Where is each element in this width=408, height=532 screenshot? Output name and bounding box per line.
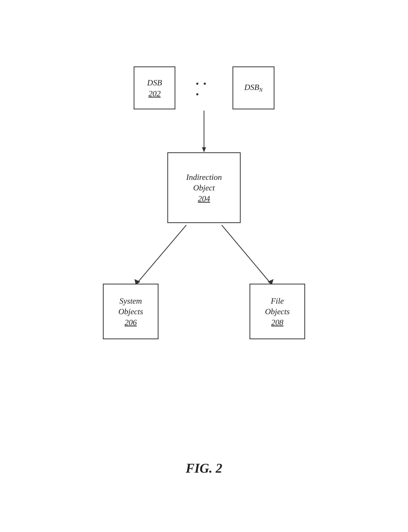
file-objects-label: FileObjects (265, 296, 290, 317)
dsbn-label: DSBN (244, 83, 263, 93)
dsb-label: DSB (147, 78, 162, 88)
indirection-number: 204 (198, 194, 210, 203)
system-objects-box: SystemObjects 206 (103, 284, 158, 339)
dsbn-box: DSBN (233, 66, 274, 109)
system-objects-label: SystemObjects (118, 296, 143, 317)
top-row: DSB 202 • • • DSBN (134, 66, 275, 109)
svg-line-4 (222, 225, 270, 283)
indirection-label: IndirectionObject (186, 172, 222, 193)
dsb-box: DSB 202 (134, 66, 175, 109)
file-objects-box: FileObjects 208 (250, 284, 305, 339)
dsbn-subscript: N (259, 87, 262, 93)
system-objects-number: 206 (125, 318, 137, 327)
svg-marker-1 (202, 147, 206, 152)
file-objects-number: 208 (271, 318, 283, 327)
dsb-number: 202 (148, 89, 161, 98)
diagram-container: DSB 202 • • • DSBN IndirectionObject 204… (78, 51, 330, 481)
figure-label: FIG. 2 (186, 461, 222, 476)
svg-line-2 (137, 225, 186, 283)
indirection-box: IndirectionObject 204 (167, 152, 241, 223)
arrows-svg (78, 51, 330, 481)
ellipsis: • • • (196, 79, 212, 100)
